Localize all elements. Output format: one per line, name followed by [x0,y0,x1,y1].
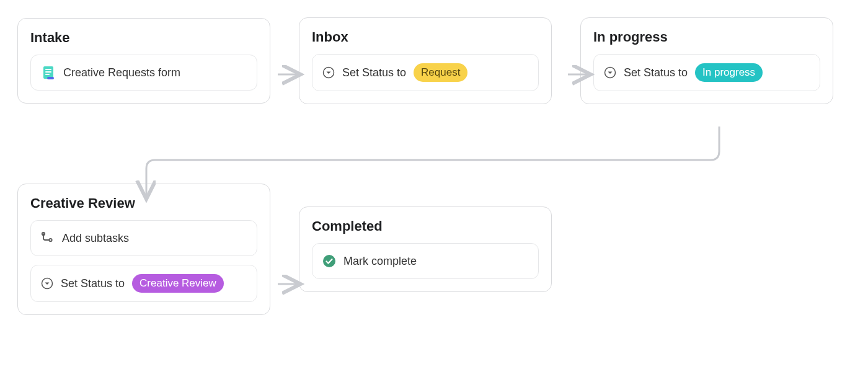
action-inbox-set-status-prefix: Set Status to [342,66,406,79]
svg-rect-2 [45,71,51,73]
svg-point-8 [49,239,51,241]
action-in-progress-set-status-prefix: Set Status to [624,66,688,79]
stage-inbox: Inbox Set Status to Request [299,17,552,104]
status-badge-request: Request [414,63,467,82]
stage-intake-title: Intake [30,30,257,46]
action-intake-form[interactable]: Creative Requests form [30,55,257,91]
action-creative-review-set-status-prefix: Set Status to [61,277,125,290]
action-intake-form-label: Creative Requests form [63,66,180,79]
check-circle-icon [322,254,336,268]
action-mark-complete[interactable]: Mark complete [312,243,539,279]
stage-creative-review: Creative Review Add subtasks Set Status … [17,184,270,315]
subtask-icon [41,231,55,245]
action-creative-review-set-status[interactable]: Set Status to Creative Review [30,265,257,302]
action-in-progress-set-status[interactable]: Set Status to In progress [593,54,820,91]
action-add-subtasks-label: Add subtasks [62,232,129,245]
workflow-row-1: Intake Creative Requests form Inbox [17,17,851,104]
svg-rect-3 [45,74,50,75]
action-add-subtasks[interactable]: Add subtasks [30,220,257,256]
svg-point-10 [323,255,335,267]
stage-in-progress: In progress Set Status to In progress [580,17,833,104]
stage-creative-review-title: Creative Review [30,195,257,211]
svg-rect-4 [47,77,54,79]
dropdown-indicator-icon [604,66,616,79]
stage-inbox-title: Inbox [312,29,539,45]
status-badge-creative-review: Creative Review [132,274,224,293]
status-badge-in-progress: In progress [695,63,763,82]
stage-completed-title: Completed [312,218,539,234]
dropdown-indicator-icon [322,66,335,79]
action-mark-complete-label: Mark complete [343,255,417,268]
workflow-row-2: Creative Review Add subtasks Set Status … [17,184,851,315]
stage-completed: Completed Mark complete [299,207,552,292]
form-document-icon [41,65,56,80]
dropdown-indicator-icon [41,277,53,290]
svg-rect-1 [45,69,51,70]
action-inbox-set-status[interactable]: Set Status to Request [312,54,539,91]
stage-in-progress-title: In progress [593,29,820,45]
stage-intake: Intake Creative Requests form [17,18,270,104]
